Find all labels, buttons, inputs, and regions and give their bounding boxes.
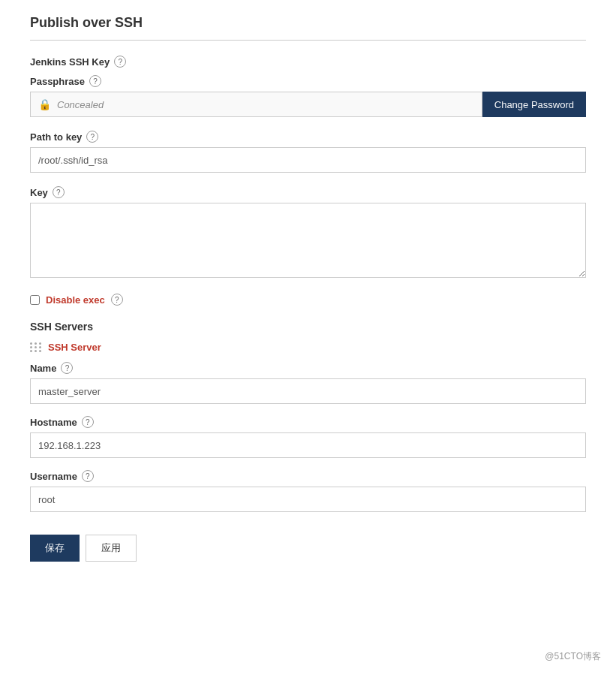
jenkins-ssh-key-label: Jenkins SSH Key ? bbox=[30, 56, 586, 68]
lock-icon: 🔒 bbox=[38, 98, 51, 110]
ssh-username-input[interactable] bbox=[30, 487, 586, 512]
ssh-name-help-icon[interactable]: ? bbox=[61, 362, 73, 374]
passphrase-value: Concealed bbox=[57, 99, 104, 110]
ssh-hostname-help-icon[interactable]: ? bbox=[82, 416, 94, 428]
key-field-group: Key ? bbox=[30, 186, 586, 280]
save-button[interactable]: 保存 bbox=[30, 535, 80, 562]
key-label: Key ? bbox=[30, 186, 586, 198]
ssh-username-field-group: Username ? bbox=[30, 470, 586, 512]
key-help-icon[interactable]: ? bbox=[53, 186, 65, 198]
passphrase-field-group: Passphrase ? 🔒 Concealed Change Password bbox=[30, 75, 586, 117]
ssh-name-input[interactable] bbox=[30, 378, 586, 404]
disable-exec-row: Disable exec ? bbox=[30, 294, 586, 306]
ssh-hostname-field-group: Hostname ? bbox=[30, 416, 586, 458]
disable-exec-label: Disable exec bbox=[46, 294, 105, 306]
watermark: @51CTO博客 bbox=[545, 650, 601, 663]
ssh-server-label: SSH Server bbox=[48, 342, 101, 353]
path-to-key-help-icon[interactable]: ? bbox=[86, 131, 98, 143]
ssh-server-block: SSH Server Name ? Hostname ? bbox=[30, 342, 586, 512]
disable-exec-help-icon[interactable]: ? bbox=[111, 294, 123, 306]
jenkins-ssh-key-section: Jenkins SSH Key ? bbox=[30, 56, 586, 68]
ssh-username-help-icon[interactable]: ? bbox=[82, 470, 94, 482]
passphrase-label: Passphrase ? bbox=[30, 75, 586, 87]
footer-buttons: 保存 应用 bbox=[30, 535, 586, 562]
ssh-name-field-group: Name ? bbox=[30, 362, 586, 404]
page-wrapper: Publish over SSH Jenkins SSH Key ? Passp… bbox=[0, 0, 616, 675]
ssh-server-header: SSH Server bbox=[30, 342, 586, 353]
ssh-hostname-input[interactable] bbox=[30, 432, 586, 458]
key-textarea[interactable] bbox=[30, 203, 586, 278]
disable-exec-checkbox[interactable] bbox=[30, 295, 40, 305]
ssh-hostname-label: Hostname ? bbox=[30, 416, 586, 428]
drag-handle-icon[interactable] bbox=[30, 342, 42, 352]
passphrase-help-icon[interactable]: ? bbox=[89, 75, 101, 87]
ssh-name-label: Name ? bbox=[30, 362, 586, 374]
ssh-servers-section: SSH Servers SSH Server bbox=[30, 321, 586, 512]
apply-button[interactable]: 应用 bbox=[86, 535, 137, 562]
path-to-key-input[interactable] bbox=[30, 147, 586, 173]
passphrase-input-wrapper: 🔒 Concealed bbox=[30, 92, 482, 117]
change-password-button[interactable]: Change Password bbox=[482, 92, 586, 117]
ssh-username-label: Username ? bbox=[30, 470, 586, 482]
jenkins-ssh-key-help-icon[interactable]: ? bbox=[114, 56, 126, 68]
passphrase-row: 🔒 Concealed Change Password bbox=[30, 92, 586, 117]
ssh-servers-title: SSH Servers bbox=[30, 321, 586, 333]
path-to-key-field-group: Path to key ? bbox=[30, 131, 586, 173]
page-title: Publish over SSH bbox=[30, 15, 586, 41]
path-to-key-label: Path to key ? bbox=[30, 131, 586, 143]
